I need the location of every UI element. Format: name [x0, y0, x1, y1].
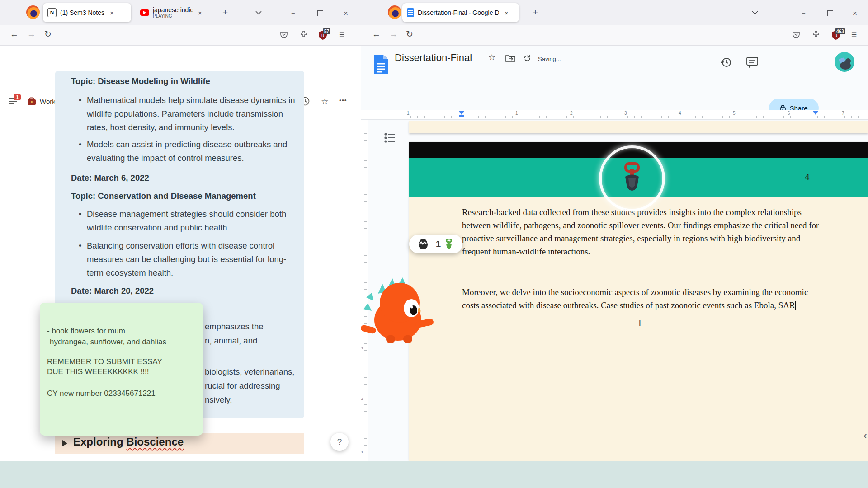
ruler-number: 1 — [515, 111, 518, 116]
maximize-button[interactable] — [317, 10, 323, 16]
document-title[interactable]: Dissertation-Final — [395, 52, 472, 64]
tab-title: Dissertation-Final - Google Doc — [418, 9, 499, 16]
nav-bar: ← → ↻ https://docs.google.com/document/d… — [361, 25, 868, 46]
menu-hamburger-icon[interactable]: ≡ — [851, 29, 857, 39]
sticky-line: REMEMBER TO SUBMIT ESSAY DUE THIS WEEEKK… — [47, 357, 178, 377]
cursor-highlight-circle — [599, 145, 665, 211]
back-button[interactable]: ← — [372, 30, 381, 38]
minimize-button[interactable]: − — [291, 9, 295, 17]
tab-youtube[interactable]: japanese indie r PLAYING × — [136, 3, 210, 22]
ruler-number: 5 — [733, 111, 736, 116]
bullet-marker: • — [79, 207, 81, 221]
account-avatar[interactable] — [835, 52, 854, 72]
pet-counter-widget[interactable]: 1 — [409, 235, 462, 253]
back-button[interactable]: ← — [10, 30, 19, 38]
text-fragment: emphasizes the — [205, 320, 264, 333]
bullet-marker: • — [79, 138, 81, 151]
text-fragment: n, animal, and — [205, 334, 257, 347]
reload-button[interactable]: ↻ — [44, 30, 52, 38]
notion-icon: N — [47, 8, 57, 17]
reload-button[interactable]: ↻ — [406, 30, 413, 38]
tab-title: (1) Sem3 Notes — [60, 9, 104, 16]
docs-header: Dissertation-Final ☆ Saving... File Edit… — [361, 46, 868, 120]
ruler-number: 7 — [842, 111, 844, 116]
document-outline-icon[interactable] — [384, 132, 396, 143]
ruler-number: 6 — [788, 111, 790, 116]
close-tab-icon[interactable]: × — [110, 9, 114, 17]
text-caret — [795, 301, 796, 310]
forward-button: → — [389, 30, 398, 38]
bullet-text: Disease management strategies should con… — [87, 207, 299, 235]
menu-hamburger-icon[interactable]: ≡ — [339, 29, 344, 39]
sticky-line: CY new number 023345671221 — [47, 389, 156, 399]
extensions-puzzle-icon[interactable] — [811, 30, 821, 39]
firefox-logo-icon — [26, 5, 40, 19]
close-window-button[interactable]: × — [853, 9, 857, 18]
ruler-number: 4 — [679, 111, 681, 116]
tab-playing-label: PLAYING — [153, 14, 193, 19]
firefox-window-notion: N (1) Sem3 Notes × japanese indie r PLAY… — [0, 0, 361, 461]
toggle-heading-block[interactable]: Exploring Bioscience — [55, 433, 304, 454]
comment-icon[interactable] — [746, 57, 758, 68]
ruler-number: 3 — [361, 451, 363, 454]
close-tab-icon[interactable]: × — [505, 9, 509, 17]
egg-icon — [418, 238, 428, 250]
new-tab-button[interactable]: + — [533, 7, 538, 17]
ruler-number: 1 — [407, 111, 410, 116]
pocket-icon[interactable] — [792, 30, 801, 39]
move-folder-icon[interactable] — [505, 54, 515, 62]
tab-dissertation[interactable]: Dissertation-Final - Google Doc × — [402, 3, 519, 22]
google-docs-icon — [407, 8, 414, 17]
notification-badge: 1 — [14, 94, 21, 100]
more-options-button[interactable]: ••• — [339, 97, 347, 104]
dinosaur-pet[interactable] — [361, 275, 434, 343]
bullet-marker: • — [79, 239, 81, 253]
favorite-star-icon[interactable]: ☆ — [321, 96, 329, 107]
close-tab-icon[interactable]: × — [198, 9, 202, 17]
toggle-triangle-icon[interactable] — [62, 440, 67, 446]
ublock-badge: 57 — [323, 28, 330, 34]
bullet-text: Mathematical models help simulate diseas… — [87, 94, 299, 134]
extensions-puzzle-icon[interactable] — [299, 30, 308, 39]
paragraph[interactable]: Moreover, we delve into the socioeconomi… — [462, 286, 820, 312]
new-tab-button[interactable]: + — [222, 7, 228, 17]
paragraph[interactable]: Research-backed data collected from thes… — [462, 206, 820, 258]
forward-button: → — [27, 30, 36, 38]
ublock-icon[interactable]: u 463 — [831, 30, 840, 42]
maximize-button[interactable] — [827, 10, 833, 16]
pocket-icon[interactable] — [279, 30, 288, 39]
sticky-note[interactable]: - book flowers for mum hydrangea, sunflo… — [40, 303, 203, 436]
firefox-logo-icon — [388, 5, 401, 19]
indent-marker[interactable] — [459, 111, 464, 115]
desktop: N (1) Sem3 Notes × japanese indie r PLAY… — [0, 0, 868, 488]
ublock-icon[interactable]: u 57 — [318, 30, 327, 42]
briefcase-icon — [27, 97, 36, 105]
text-fragment: nsively. — [205, 393, 232, 407]
horizontal-ruler[interactable]: 1 1 2 3 4 5 6 7 — [361, 110, 868, 120]
bullet-marker: • — [79, 94, 81, 107]
google-docs-logo-icon[interactable] — [373, 54, 389, 75]
topic-heading: Topic: Conservation and Disease Manageme… — [71, 189, 256, 203]
version-history-icon[interactable] — [720, 56, 732, 68]
left-indent-marker[interactable] — [459, 115, 464, 117]
side-panel-collapse-icon[interactable]: ‹ — [863, 429, 867, 442]
ruler-number: 1 — [361, 347, 363, 350]
minimize-button[interactable]: − — [802, 9, 806, 17]
tab-list-chevron-icon[interactable] — [255, 11, 262, 15]
bullet-text: Balancing conservation efforts with dise… — [87, 239, 299, 280]
tab-title: japanese indie r — [153, 6, 193, 14]
pet-counter-value: 1 — [436, 239, 441, 249]
tab-sem3-notes[interactable]: N (1) Sem3 Notes × — [43, 3, 131, 22]
tab-list-chevron-icon[interactable] — [752, 11, 758, 15]
red-shovel-icon — [619, 162, 645, 195]
text-fragment: rucial for addressing — [205, 379, 280, 393]
ibeam-cursor: I — [638, 318, 642, 328]
saving-sync-icon — [523, 54, 532, 63]
sidebar-toggle-icon[interactable]: 1 — [8, 97, 18, 108]
right-indent-marker[interactable] — [813, 111, 818, 115]
star-document-icon[interactable]: ☆ — [488, 52, 495, 62]
close-window-button[interactable]: × — [344, 9, 348, 18]
help-button[interactable]: ? — [330, 433, 349, 451]
sticky-line: hydrangea, sunflower, and dahlias — [50, 337, 166, 347]
topic-heading: Topic: Disease Modeling in Wildlife — [71, 75, 210, 88]
